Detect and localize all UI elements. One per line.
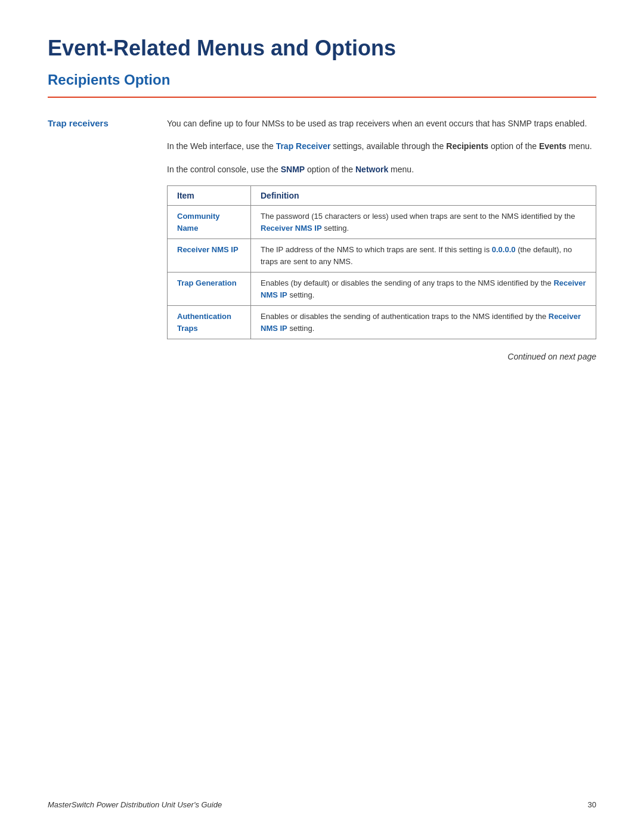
right-content: You can define up to four NMSs to be use… [167,117,596,373]
paragraph-3: In the control console, use the SNMP opt… [167,163,596,176]
item-trap-generation: Trap Generation [168,272,251,306]
trap-receivers-label: Trap receivers [48,118,109,128]
table-row: Trap Generation Enables (by default) or … [168,272,596,306]
paragraph-2: In the Web interface, use the Trap Recei… [167,140,596,153]
def-auth-traps: Enables or disables the sending of authe… [251,306,596,339]
footer-page: 30 [588,800,596,809]
def-receiver-nms-ip: The IP address of the NMS to which traps… [251,239,596,272]
item-community-name: Community Name [168,206,251,239]
table-row: AuthenticationTraps Enables or disables … [168,306,596,339]
item-auth-traps: AuthenticationTraps [168,306,251,339]
link-000: 0.0.0.0 [492,245,516,254]
left-label: Trap receivers [48,117,167,373]
paragraph-1: You can define up to four NMSs to be use… [167,117,596,130]
table-row: Receiver NMS IP The IP address of the NM… [168,239,596,272]
link-receiver-nms-ip-1: Receiver NMS IP [261,224,322,233]
def-community-name: The password (15 characters or less) use… [251,206,596,239]
col-header-definition: Definition [251,186,596,206]
footer-title: MasterSwitch Power Distribution Unit Use… [48,800,222,809]
col-header-item: Item [168,186,251,206]
link-receiver-nms-ip-3: Receiver NMS IP [261,312,581,333]
continued-text: Continued on next page [167,350,596,363]
definition-table: Item Definition Community Name The passw… [167,185,596,339]
def-trap-generation: Enables (by default) or disables the sen… [251,272,596,306]
content-section: Trap receivers You can define up to four… [48,117,596,373]
link-receiver-nms-ip-2: Receiver NMS IP [261,278,586,299]
footer: MasterSwitch Power Distribution Unit Use… [48,800,596,809]
section-divider [48,97,596,98]
section-title: Recipients Option [48,72,596,88]
page-container: Event-Related Menus and Options Recipien… [0,0,644,833]
main-title: Event-Related Menus and Options [48,36,596,61]
table-row: Community Name The password (15 characte… [168,206,596,239]
item-receiver-nms-ip: Receiver NMS IP [168,239,251,272]
